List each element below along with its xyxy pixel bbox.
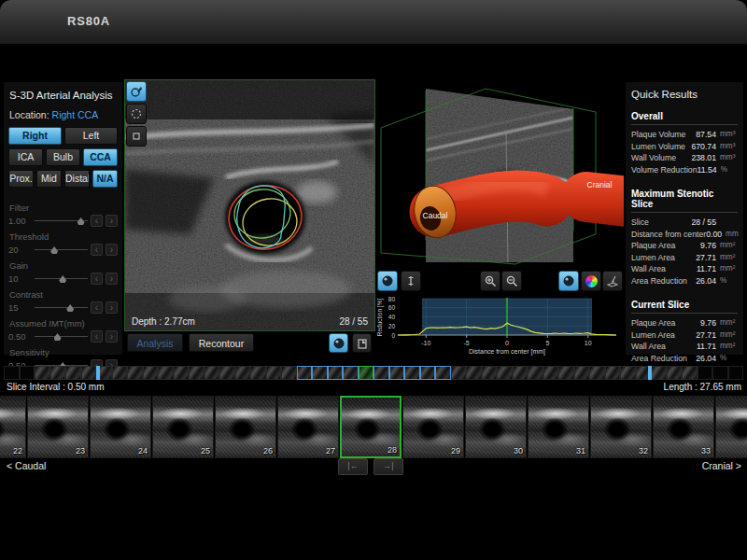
- slider-decrement-icon[interactable]: ‹: [91, 273, 103, 285]
- ruler-cell[interactable]: [605, 366, 621, 380]
- volume-3d-view[interactable]: Caudal Cranial: [375, 79, 624, 269]
- slice-thumbnail-23[interactable]: 23: [27, 396, 89, 458]
- range-marker[interactable]: [648, 366, 652, 380]
- ruler-cell[interactable]: [235, 366, 251, 380]
- rectangle-tool-button[interactable]: [126, 126, 147, 147]
- ruler-cell[interactable]: [543, 366, 559, 380]
- slice-thumbnail-32[interactable]: 32: [590, 396, 652, 458]
- ruler-cell[interactable]: [250, 366, 266, 380]
- ruler-cell[interactable]: [81, 366, 97, 380]
- ruler-cell[interactable]: [435, 366, 451, 380]
- ruler-cell[interactable]: [266, 366, 282, 380]
- location-button-distal[interactable]: Distal: [64, 170, 90, 188]
- ruler-cell[interactable]: [374, 366, 389, 380]
- recontour-button[interactable]: Recontour: [189, 333, 254, 352]
- render-sphere-button[interactable]: [558, 271, 579, 291]
- slice-thumbnail-24[interactable]: 24: [90, 396, 151, 458]
- ruler-cell[interactable]: [389, 366, 405, 380]
- zoom-out-button[interactable]: [501, 271, 522, 291]
- slice-thumbnail-30[interactable]: 30: [465, 396, 527, 458]
- slider-track[interactable]: [35, 301, 88, 314]
- ruler-cell[interactable]: [466, 366, 482, 380]
- ruler-cell[interactable]: [112, 366, 128, 380]
- ruler-cell[interactable]: [20, 366, 35, 380]
- location-button-bulb[interactable]: Bulb: [46, 148, 80, 166]
- ruler-cell[interactable]: [728, 366, 744, 380]
- ruler-cell[interactable]: [50, 366, 66, 380]
- ruler-cell[interactable]: [651, 366, 667, 380]
- slice-thumbnail-27[interactable]: 27: [277, 396, 339, 458]
- ruler-cell[interactable]: [558, 366, 574, 380]
- slice-thumbnail-22[interactable]: 22: [0, 396, 26, 458]
- location-button-right[interactable]: Right: [8, 127, 62, 145]
- contour-edit-tool-button[interactable]: [126, 81, 147, 102]
- ruler-cell[interactable]: [451, 366, 467, 380]
- slider-track[interactable]: [35, 215, 88, 227]
- ruler-cell[interactable]: [404, 366, 420, 380]
- ruler-cell[interactable]: [189, 366, 204, 380]
- ruler-cell[interactable]: [343, 366, 359, 380]
- color-map-button[interactable]: [581, 271, 601, 291]
- zoom-in-button[interactable]: [480, 271, 500, 291]
- ruler-cell[interactable]: [497, 366, 513, 380]
- ruler-cell[interactable]: [158, 366, 174, 380]
- ruler-cell[interactable]: [4, 366, 20, 380]
- ruler-cell[interactable]: [219, 366, 235, 380]
- ruler-cell[interactable]: [420, 366, 436, 380]
- ruler-cell[interactable]: [281, 366, 297, 380]
- slider-decrement-icon[interactable]: ‹: [91, 301, 103, 314]
- slice-thumbnail-28[interactable]: 28: [340, 396, 402, 458]
- ruler-cell[interactable]: [312, 366, 328, 380]
- prev-page-button[interactable]: |←: [338, 458, 368, 475]
- slice-thumbnail-33[interactable]: 33: [653, 396, 714, 458]
- ruler-cell[interactable]: [620, 366, 636, 380]
- ruler-cell[interactable]: [682, 366, 698, 380]
- slider-decrement-icon[interactable]: ‹: [91, 244, 103, 256]
- ruler-cell[interactable]: [359, 366, 374, 380]
- ruler-cell[interactable]: [297, 366, 313, 380]
- ruler-cell[interactable]: [698, 366, 713, 380]
- slice-thumbnail-25[interactable]: 25: [152, 396, 214, 458]
- location-button-n-a[interactable]: N/A: [92, 170, 118, 188]
- ruler-cell[interactable]: [143, 366, 159, 380]
- page-flip-button[interactable]: [352, 333, 372, 353]
- ruler-cell[interactable]: [589, 366, 605, 380]
- analysis-button[interactable]: Analysis: [127, 333, 183, 352]
- slider-increment-icon[interactable]: ›: [106, 273, 118, 285]
- slider-knob[interactable]: [78, 217, 85, 225]
- slider-increment-icon[interactable]: ›: [106, 244, 118, 256]
- orientation-sphere-button[interactable]: [377, 271, 398, 291]
- slice-ruler[interactable]: [4, 366, 743, 380]
- ruler-cell[interactable]: [127, 366, 143, 380]
- measure-ruler-button[interactable]: [401, 271, 421, 291]
- range-marker[interactable]: [96, 366, 100, 380]
- ruler-cell[interactable]: [35, 366, 50, 380]
- ultrasound-slice-view[interactable]: Depth : 2.77cm 28 / 55: [124, 79, 375, 331]
- slider-track[interactable]: [35, 330, 88, 343]
- render-mode-button[interactable]: [329, 333, 348, 353]
- location-button-left[interactable]: Left: [64, 127, 118, 145]
- ruler-cell[interactable]: [204, 366, 220, 380]
- ruler-cell[interactable]: [528, 366, 543, 380]
- location-button-cca[interactable]: CCA: [83, 148, 118, 166]
- slider-knob[interactable]: [54, 333, 62, 341]
- ruler-cell[interactable]: [174, 366, 190, 380]
- slider-increment-icon[interactable]: ›: [106, 215, 118, 227]
- slice-thumbnail[interactable]: [715, 396, 747, 458]
- slider-track[interactable]: [35, 273, 88, 285]
- slice-thumbnail-29[interactable]: 29: [402, 396, 464, 458]
- location-button-ica[interactable]: ICA: [8, 148, 43, 166]
- ruler-cell[interactable]: [574, 366, 590, 380]
- ruler-cell[interactable]: [513, 366, 529, 380]
- sculpt-tool-button[interactable]: [602, 271, 623, 291]
- slice-thumbnail-31[interactable]: 31: [528, 396, 589, 458]
- ruler-cell[interactable]: [482, 366, 498, 380]
- slider-knob[interactable]: [50, 246, 58, 254]
- slider-track[interactable]: [35, 244, 88, 256]
- ruler-cell[interactable]: [712, 366, 728, 380]
- slider-decrement-icon[interactable]: ‹: [91, 330, 103, 343]
- ruler-cell[interactable]: [65, 366, 81, 380]
- ruler-cell[interactable]: [667, 366, 683, 380]
- location-button-mid[interactable]: Mid: [36, 170, 62, 188]
- slider-increment-icon[interactable]: ›: [106, 330, 118, 343]
